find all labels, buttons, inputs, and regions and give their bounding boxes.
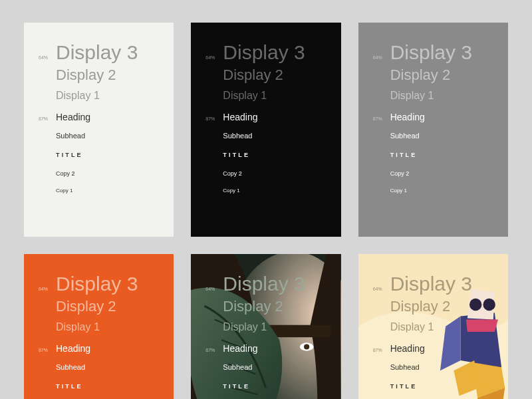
copy-2: Copy 2 bbox=[390, 170, 410, 177]
type-card-orange: 64%Display 3 Display 2 Display 1 87%Head… bbox=[24, 254, 174, 399]
opacity-label: 64% bbox=[205, 55, 223, 60]
type-card-light: 64%Display 3 Display 2 Display 1 87%Head… bbox=[24, 23, 174, 237]
display-3: Display 3 bbox=[223, 273, 305, 295]
subhead: Subhead bbox=[223, 363, 252, 371]
heading: Heading bbox=[223, 112, 257, 122]
title: TITLE bbox=[223, 152, 250, 158]
opacity-label: 87% bbox=[205, 348, 223, 352]
opacity-label: 87% bbox=[373, 116, 390, 121]
title: TITLE bbox=[390, 383, 418, 390]
subhead: Subhead bbox=[223, 132, 252, 140]
display-3: Display 3 bbox=[390, 273, 472, 295]
heading: Heading bbox=[56, 112, 90, 122]
display-2: Display 2 bbox=[390, 298, 450, 315]
opacity-label: 87% bbox=[373, 348, 390, 352]
opacity-label: 64% bbox=[39, 55, 56, 60]
display-2: Display 2 bbox=[390, 66, 450, 84]
display-2: Display 2 bbox=[223, 66, 283, 84]
opacity-label: 64% bbox=[373, 55, 390, 60]
copy-1: Copy 1 bbox=[390, 188, 407, 194]
display-3: Display 3 bbox=[56, 41, 138, 63]
opacity-label: 87% bbox=[39, 348, 56, 352]
heading: Heading bbox=[390, 112, 425, 122]
display-1: Display 1 bbox=[56, 321, 100, 334]
title: TITLE bbox=[56, 152, 83, 158]
display-1: Display 1 bbox=[390, 89, 434, 103]
display-3: Display 3 bbox=[56, 273, 138, 295]
display-1: Display 1 bbox=[223, 89, 267, 103]
display-3: Display 3 bbox=[223, 41, 305, 63]
display-2: Display 2 bbox=[56, 298, 116, 315]
typography-card-grid: 64%Display 3 Display 2 Display 1 87%Head… bbox=[0, 0, 532, 399]
copy-1: Copy 1 bbox=[56, 188, 72, 194]
copy-1: Copy 1 bbox=[223, 188, 239, 194]
title: TITLE bbox=[390, 152, 418, 158]
copy-2: Copy 2 bbox=[56, 170, 75, 177]
subhead: Subhead bbox=[56, 132, 85, 140]
subhead: Subhead bbox=[390, 363, 420, 371]
title: TITLE bbox=[56, 383, 83, 390]
subhead: Subhead bbox=[56, 363, 85, 371]
type-card-dark: 64%Display 3 Display 2 Display 1 87%Head… bbox=[191, 23, 340, 237]
type-card-illustration: 64%Display 3 Display 2 Display 1 87%Head… bbox=[358, 254, 508, 399]
type-card-gray: 64%Display 3 Display 2 Display 1 87%Head… bbox=[358, 23, 508, 237]
heading: Heading bbox=[223, 343, 257, 354]
title: TITLE bbox=[223, 383, 250, 390]
type-card-photo: 64%Display 3 Display 2 Display 1 87%Head… bbox=[191, 254, 340, 399]
opacity-label: 64% bbox=[373, 287, 390, 291]
opacity-label: 87% bbox=[39, 116, 56, 121]
display-1: Display 1 bbox=[223, 321, 267, 334]
opacity-label: 64% bbox=[205, 287, 223, 291]
display-3: Display 3 bbox=[390, 41, 472, 63]
heading: Heading bbox=[56, 343, 90, 354]
display-1: Display 1 bbox=[56, 89, 100, 103]
display-2: Display 2 bbox=[223, 298, 283, 315]
subhead: Subhead bbox=[390, 132, 420, 140]
opacity-label: 64% bbox=[39, 287, 56, 291]
display-1: Display 1 bbox=[390, 321, 434, 334]
copy-2: Copy 2 bbox=[223, 170, 242, 177]
heading: Heading bbox=[390, 343, 425, 354]
display-2: Display 2 bbox=[56, 66, 116, 84]
opacity-label: 87% bbox=[205, 116, 223, 121]
